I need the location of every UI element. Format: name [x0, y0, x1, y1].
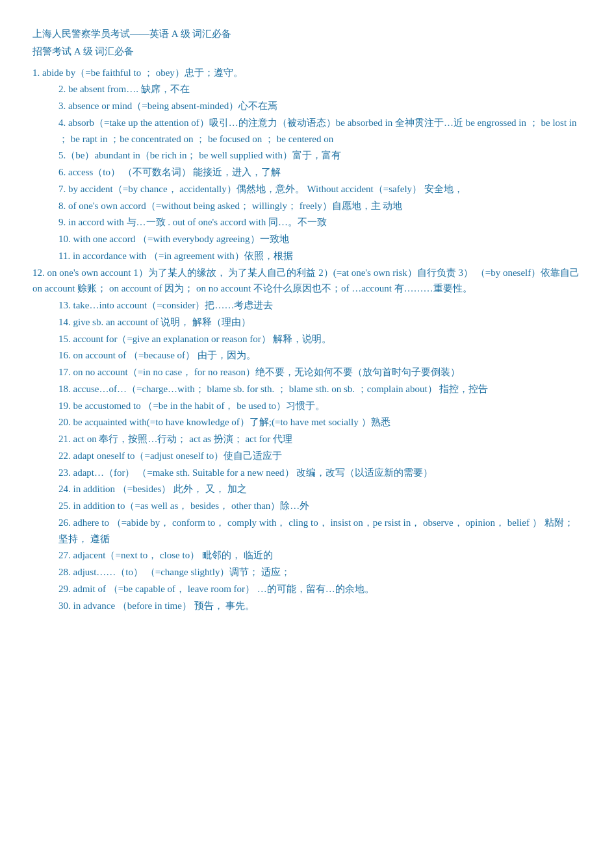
entry-19: 19. be accustomed to （=be in the habit o… [32, 398, 582, 414]
entry-26: 26. adhere to （=abide by， conform to， co… [32, 515, 582, 547]
entry-30: 30. in advance （before in time） 预告， 事先。 [32, 598, 582, 614]
entry-8: 8. of one's own accord（=without being as… [32, 198, 582, 214]
entry-14: 14. give sb. an account of 说明， 解释（理由） [32, 314, 582, 330]
entry-18: 18. accuse…of…（=charge…with； blame sb. f… [32, 381, 582, 397]
entry-23: 23. adapt…（for） （=make sth. Suitable for… [32, 465, 582, 481]
entry-2: 2. be absent from…. 缺席，不在 [32, 81, 582, 97]
entry-25: 25. in addition to（=as well as， besides，… [32, 498, 582, 514]
entry-12: 12. on one's own account 1）为了某人的缘故， 为了某人… [32, 265, 582, 297]
entry-10: 10. with one accord （=with everybody agr… [32, 231, 582, 247]
entry-17: 17. on no account（=in no case， for no re… [32, 364, 582, 380]
entry-13: 13. take…into account（=consider）把……考虑进去 [32, 297, 582, 314]
entry-28: 28. adjust……（to） （=change slightly）调节； 适… [32, 564, 582, 580]
subtitle: 招警考试 A 级 词汇必备 [32, 43, 582, 60]
entry-9: 9. in accord with 与…一致 . out of one's ac… [32, 214, 582, 230]
entry-16: 16. on account of （=because of） 由于，因为。 [32, 347, 582, 364]
entry-6: 6. access（to） （不可数名词） 能接近，进入，了解 [32, 164, 582, 180]
entry-24: 24. in addition （=besides） 此外， 又， 加之 [32, 481, 582, 497]
entry-21: 21. act on 奉行，按照…行动； act as 扮演； act for … [32, 431, 582, 447]
page-wrapper: 上海人民警察学员考试——英语 A 级 词汇必备 招警考试 A 级 词汇必备 1.… [32, 26, 582, 614]
entry-4: 4. absorb（=take up the attention of）吸引…的… [32, 115, 582, 147]
entry-5: 5.（be）abundant in（be rich in； be well su… [32, 147, 582, 164]
entry-22: 22. adapt oneself to（=adjust oneself to）… [32, 448, 582, 464]
entry-7: 7. by accident（=by chance， accidentally）… [32, 181, 582, 197]
entry-27: 27. adjacent（=next to， close to） 毗邻的， 临近… [32, 547, 582, 564]
entry-20: 20. be acquainted with(=to have knowledg… [32, 414, 582, 430]
entry-29: 29. admit of （=be capable of， leave room… [32, 581, 582, 597]
entry-1: 1. abide by（=be faithful to ； obey）忠于；遵守… [32, 65, 582, 81]
entry-11: 11. in accordance with （=in agreement wi… [32, 248, 582, 264]
entry-3: 3. absence or mind（=being absent-minded）… [32, 98, 582, 114]
page-title: 上海人民警察学员考试——英语 A 级 词汇必备 [32, 26, 582, 42]
entries-container: 1. abide by（=be faithful to ； obey）忠于；遵守… [32, 65, 582, 614]
entry-15: 15. account for（=give an explanation or … [32, 331, 582, 347]
